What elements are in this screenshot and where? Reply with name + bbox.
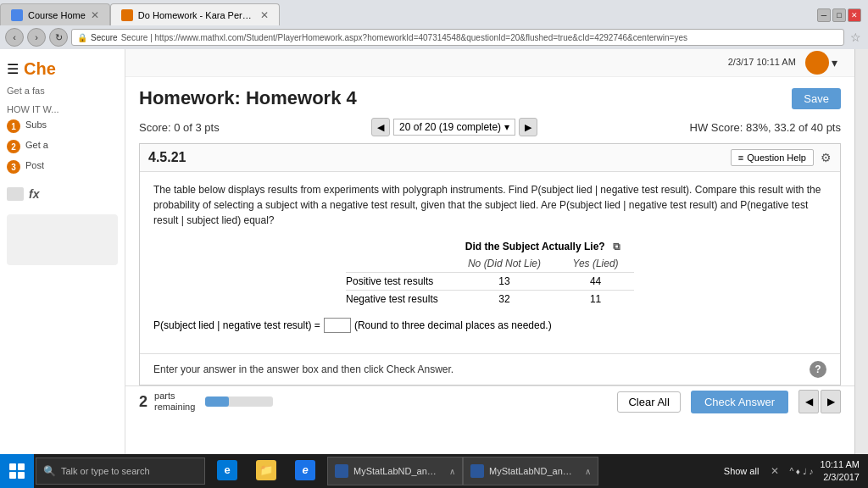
taskbar-item-expand-2[interactable]: ∧: [585, 467, 591, 476]
parts-num: 2: [139, 393, 147, 411]
sidebar-step-2: 2 Get a: [7, 140, 118, 153]
back-button[interactable]: ‹: [5, 28, 24, 47]
question-selector[interactable]: 20 of 20 (19 complete) ▾: [393, 119, 515, 136]
reload-icon: ↻: [55, 32, 63, 43]
taskbar-item-expand-1[interactable]: ∧: [449, 467, 455, 476]
enter-answer-text: Enter your answer in the answer box and …: [153, 363, 453, 375]
bottom-next-icon: ▶: [827, 396, 835, 408]
maximize-button[interactable]: □: [832, 8, 846, 22]
check-answer-button[interactable]: Check Answer: [691, 391, 788, 413]
copy-table-icon[interactable]: ⧉: [613, 241, 620, 252]
taskbar-close-button[interactable]: ✕: [767, 465, 782, 477]
bottom-next-button[interactable]: ▶: [821, 390, 841, 413]
prev-arrow-icon: ◀: [377, 122, 384, 133]
taskbar-search[interactable]: 🔍 Talk or type to search: [36, 458, 205, 485]
show-all-button[interactable]: Show all: [715, 466, 768, 476]
parts-label2: remaining: [154, 402, 195, 413]
parts-remaining: 2 parts remaining: [139, 391, 195, 413]
hw-title: Homework: Homework 4: [139, 87, 357, 109]
question-body: The table below displays results from ex…: [140, 172, 840, 353]
windows-logo: [9, 463, 25, 479]
sidebar-step-3: 3 Post: [7, 160, 118, 174]
sidebar-blurred-area: [7, 214, 118, 265]
content-area: 2/3/17 10:11 AM ▾ Homework: Homework 4 S…: [125, 49, 854, 454]
taskbar-app-explorer[interactable]: 📁: [248, 454, 285, 488]
bottom-prev-icon: ◀: [805, 396, 813, 408]
sidebar-steps: 1 Subs 2 Get a 3 Post: [0, 119, 125, 174]
taskbar-search-icon: 🔍: [43, 465, 56, 477]
secure-label: Secure: [91, 33, 118, 42]
table-row: Negative test results 32 11: [346, 291, 634, 308]
question-intro-text: The table below displays results from ex…: [153, 182, 826, 228]
table-row2-col2: 11: [557, 291, 634, 308]
tab-title-do-homework: Do Homework - Kara Person - Google Chrom…: [138, 10, 255, 20]
hw-panel: Homework: Homework 4 Save Score: 0 of 3 …: [125, 77, 854, 136]
step-text-3: Post: [25, 160, 44, 170]
tab-bar: Course Home ✕ Do Homework - Kara Person …: [0, 0, 868, 25]
sidebar-subtext: Get a fas: [0, 82, 125, 99]
question-number: 4.5.21: [148, 150, 186, 165]
taskbar-app-edge[interactable]: e: [209, 454, 246, 488]
tab-close-do-homework[interactable]: ✕: [260, 9, 269, 21]
tab-close-course-home[interactable]: ✕: [91, 9, 99, 21]
next-question-button[interactable]: ▶: [519, 118, 537, 136]
tab-course-home[interactable]: Course Home ✕: [0, 3, 110, 25]
hw-title-row: Homework: Homework 4 Save: [139, 87, 841, 109]
minimize-button[interactable]: ─: [817, 8, 831, 22]
taskbar-app-ie[interactable]: e: [287, 454, 324, 488]
forward-button[interactable]: ›: [27, 28, 46, 47]
che-logo: Che: [24, 59, 56, 79]
hw-score-text: HW Score: 83%, 33.2 of 40 pts: [690, 121, 841, 134]
table-row1-label: Positive test results: [346, 273, 452, 291]
question-help-button[interactable]: ≡ Question Help: [731, 149, 814, 166]
window-controls: ─ □ ✕: [817, 7, 868, 22]
table-row: Positive test results 13 44: [346, 273, 634, 291]
clear-all-button[interactable]: Clear All: [617, 391, 680, 413]
question-section: 4.5.21 ≡ Question Help ⚙ The table below…: [139, 143, 841, 385]
right-sidebar-scroll[interactable]: [854, 49, 868, 454]
systray-icons: ^ ♦ ♩ ♪: [789, 467, 813, 476]
user-avatar[interactable]: [805, 51, 829, 75]
sidebar: ☰ Che Get a fas HOW IT W... 1 Subs 2 Get…: [0, 49, 125, 454]
question-tools: ≡ Question Help ⚙: [731, 149, 832, 166]
prev-question-button[interactable]: ◀: [371, 118, 390, 136]
answer-input[interactable]: [324, 318, 351, 333]
taskbar-date-text: 2/3/2017: [821, 471, 860, 484]
step-text-1: Subs: [25, 119, 47, 130]
close-button[interactable]: ✕: [848, 8, 861, 22]
taskbar-item-text-1: MyStatLabND_and....doc: [353, 466, 441, 476]
user-dropdown-icon[interactable]: ▾: [832, 56, 837, 69]
bottom-bar: 2 parts remaining Clear All Check Answer…: [125, 385, 854, 417]
reload-button[interactable]: ↻: [49, 28, 68, 47]
help-icon: ?: [815, 363, 821, 375]
chevron-down-icon: ▾: [504, 121, 509, 133]
taskbar-item-1[interactable]: MyStatLabND_and....doc ∧: [327, 457, 463, 485]
step-num-1: 1: [7, 119, 20, 133]
address-text[interactable]: Secure | https://www.mathxl.com/Student/…: [121, 33, 838, 42]
start-button[interactable]: [0, 454, 34, 488]
help-circle-button[interactable]: ?: [810, 361, 826, 378]
list-icon: ≡: [738, 152, 743, 163]
tab-do-homework[interactable]: Do Homework - Kara Person - Google Chrom…: [110, 3, 280, 25]
explorer-icon: 📁: [256, 460, 276, 480]
fx-icon: fx: [29, 187, 39, 201]
next-arrow-icon: ▶: [525, 122, 531, 133]
table-col1-header: No (Did Not Lie): [452, 255, 558, 273]
question-header: 4.5.21 ≡ Question Help ⚙: [140, 144, 840, 172]
hamburger-icon[interactable]: ☰: [7, 61, 19, 77]
progress-bar-fill: [205, 396, 229, 407]
taskbar-search-text: Talk or type to search: [61, 466, 150, 476]
table-main-header: Did the Subject Actually Lie? ⧉: [452, 238, 634, 255]
taskbar-items: MyStatLabND_and....doc ∧ MyStatLabND_and…: [327, 457, 715, 485]
word-icon-2: [470, 464, 484, 478]
taskbar: 🔍 Talk or type to search e 📁 e MyStatLab…: [0, 454, 868, 488]
taskbar-item-2[interactable]: MyStatLabND_and....doc ∧: [463, 457, 598, 485]
header-time: 2/3/17 10:11 AM: [728, 57, 796, 67]
table-row2-col1: 32: [452, 291, 558, 308]
tab-title-course-home: Course Home: [28, 10, 86, 20]
bookmark-button[interactable]: ☆: [848, 30, 863, 45]
save-button[interactable]: Save: [792, 88, 841, 109]
header-time-bar: 2/3/17 10:11 AM ▾: [125, 49, 854, 77]
bottom-prev-button[interactable]: ◀: [798, 390, 819, 413]
settings-icon[interactable]: ⚙: [821, 151, 832, 164]
